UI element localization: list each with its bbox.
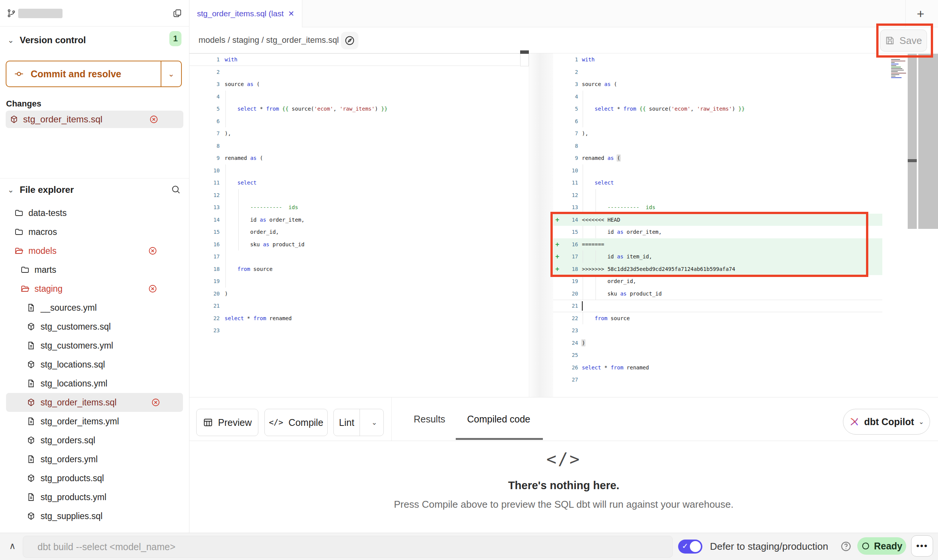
close-icon[interactable]: ✕	[288, 9, 294, 18]
tree-item-models[interactable]: models	[0, 241, 189, 260]
commit-and-resolve-button[interactable]: Commit and resolve ⌄	[6, 61, 182, 87]
version-control-section-header[interactable]: ⌄ Version control 1	[0, 30, 189, 51]
editor-pane-last-commit[interactable]: 1with23source as (45 select * from {{ so…	[189, 53, 529, 397]
scrollbar-thumb[interactable]	[908, 159, 917, 162]
code-line-12[interactable]: 12	[189, 189, 529, 202]
editor-pane-working-copy[interactable]: 1with23source as (45 select * from {{ so…	[553, 53, 938, 397]
defer-toggle[interactable]: ✓	[678, 540, 702, 554]
tree-item-stg-locations-sql[interactable]: stg_locations.sql	[0, 355, 189, 374]
code-line-1[interactable]: 1with	[189, 53, 529, 66]
code-line-4[interactable]: 4	[553, 91, 938, 103]
window-scrollbar[interactable]	[918, 54, 938, 229]
expand-caret-icon[interactable]: ∧	[9, 541, 16, 551]
right-editor-scrollbar[interactable]	[908, 54, 917, 229]
code-line-26[interactable]: 26select * from renamed	[553, 361, 938, 374]
code-line-22[interactable]: 22 from source	[553, 312, 938, 325]
lint-button[interactable]: Lint ⌄	[333, 409, 384, 436]
left-editor-scrollbar[interactable]	[520, 50, 529, 66]
tree-item-stg-orders-sql[interactable]: stg_orders.sql	[0, 431, 189, 450]
chevron-down-icon[interactable]: ⌄	[8, 36, 14, 45]
code-line-3[interactable]: 3source as (	[553, 78, 938, 91]
tree-item--sources-yml[interactable]: __sources.yml	[0, 298, 189, 317]
code-line-6[interactable]: 6	[553, 115, 938, 128]
code-line-2[interactable]: 2	[553, 66, 938, 78]
code-line-10[interactable]: 10	[553, 164, 938, 177]
tree-item-staging[interactable]: staging	[0, 279, 189, 298]
code-line-9[interactable]: 9renamed as (	[553, 152, 938, 164]
branch-name-redacted[interactable]	[18, 9, 63, 18]
lint-main[interactable]: Lint	[334, 409, 360, 436]
tab-results[interactable]: Results	[414, 397, 445, 441]
code-line-16[interactable]: 16 sku as product_id	[189, 238, 529, 251]
editor-split-divider[interactable]	[529, 53, 553, 397]
conflict-x-icon[interactable]	[151, 398, 160, 407]
code-line-15[interactable]: 15 id as order_item,	[553, 226, 938, 238]
tree-item-stg-customers-sql[interactable]: stg_customers.sql	[0, 317, 189, 336]
code-line-19[interactable]: 19	[189, 275, 529, 288]
code-line-7[interactable]: 7),	[189, 127, 529, 140]
tree-item-stg-supplies-sql[interactable]: stg_supplies.sql	[0, 507, 189, 526]
code-line-11[interactable]: 11 select	[553, 177, 938, 189]
lineage-compass-button[interactable]	[341, 32, 358, 49]
minimap[interactable]	[891, 56, 908, 79]
file-explorer-section-header[interactable]: ⌄ File explorer	[0, 178, 189, 199]
code-line-22[interactable]: 22select * from renamed	[189, 312, 529, 325]
code-line-20[interactable]: 20)	[189, 288, 529, 300]
code-line-7[interactable]: 7),	[553, 127, 938, 140]
tree-item-stg-products-sql[interactable]: stg_products.sql	[0, 469, 189, 488]
code-line-27[interactable]: 27	[553, 374, 938, 386]
code-line-12[interactable]: 12	[553, 189, 938, 202]
tree-item-data-tests[interactable]: data-tests	[0, 203, 189, 222]
tab-compiled-code[interactable]: Compiled code	[467, 397, 530, 441]
commit-and-resolve-main[interactable]: Commit and resolve	[6, 61, 161, 86]
code-line-17[interactable]: 17	[189, 250, 529, 263]
compile-button[interactable]: </> Compile	[264, 409, 328, 436]
conflict-x-icon[interactable]	[148, 284, 157, 293]
conflict-x-icon[interactable]	[148, 246, 157, 255]
code-line-2[interactable]: 2	[189, 66, 529, 78]
chevron-down-icon[interactable]: ⌄	[8, 185, 14, 194]
code-line-19[interactable]: 19 order_id,	[553, 275, 938, 288]
code-line-10[interactable]: 10	[189, 164, 529, 177]
code-line-13[interactable]: 13 ---------- ids	[189, 201, 529, 214]
tree-item-stg-customers-yml[interactable]: stg_customers.yml	[0, 336, 189, 355]
conflict-x-icon[interactable]	[149, 115, 158, 124]
code-line-25[interactable]: 25	[553, 349, 938, 361]
more-options-button[interactable]: •••	[911, 535, 933, 557]
code-line-3[interactable]: 3source as (	[189, 78, 529, 91]
tree-item-macros[interactable]: macros	[0, 222, 189, 241]
code-line-9[interactable]: 9renamed as (	[189, 152, 529, 164]
code-line-18[interactable]: +18>>>>>>> 58c1dd23d5eebd9cd2495fa7124ab…	[553, 263, 938, 275]
code-line-1[interactable]: 1with	[553, 53, 938, 66]
code-line-16[interactable]: +16=======	[553, 238, 938, 251]
code-line-8[interactable]: 8	[553, 140, 938, 152]
scrollbar-thumb[interactable]	[520, 50, 529, 54]
code-line-23[interactable]: 23	[553, 324, 938, 337]
changed-file-row[interactable]: stg_order_items.sql	[6, 111, 183, 128]
copy-pages-icon[interactable]	[173, 9, 182, 18]
code-line-15[interactable]: 15 order_id,	[189, 226, 529, 238]
code-line-5[interactable]: 5 select * from {{ source('ecom', 'raw_i…	[189, 103, 529, 115]
command-input[interactable]: dbt build --select <model_name>	[23, 536, 673, 558]
code-line-13[interactable]: 13 ---------- ids	[553, 201, 938, 214]
dbt-copilot-button[interactable]: dbt Copilot ⌄	[843, 409, 930, 435]
ready-status-badge[interactable]: Ready	[857, 537, 906, 555]
code-line-21[interactable]: 21	[189, 300, 529, 312]
code-line-18[interactable]: 18 from source	[189, 263, 529, 275]
code-line-5[interactable]: 5 select * from {{ source('ecom', 'raw_i…	[553, 103, 938, 115]
tree-item-stg-order-items-yml[interactable]: stg_order_items.yml	[0, 412, 189, 431]
code-line-17[interactable]: +17 id as item_id,	[553, 250, 938, 263]
code-line-11[interactable]: 11 select	[189, 177, 529, 189]
tree-item-stg-products-yml[interactable]: stg_products.yml	[0, 488, 189, 507]
new-tab-button[interactable]: +	[912, 5, 929, 22]
tab-stg-order-items[interactable]: stg_order_items.sql (last c... ✕	[189, 0, 302, 27]
code-line-21[interactable]: 21	[553, 300, 938, 312]
tree-item-stg-locations-yml[interactable]: stg_locations.yml	[0, 374, 189, 393]
commit-options-caret[interactable]: ⌄	[161, 61, 181, 86]
code-line-24[interactable]: 24)	[553, 337, 938, 349]
save-button[interactable]: Save	[880, 30, 927, 52]
code-line-14[interactable]: +14<<<<<<< HEAD	[553, 214, 938, 226]
lint-options-caret[interactable]: ⌄	[365, 418, 383, 427]
code-line-20[interactable]: 20 sku as product_id	[553, 288, 938, 300]
code-line-6[interactable]: 6	[189, 115, 529, 128]
